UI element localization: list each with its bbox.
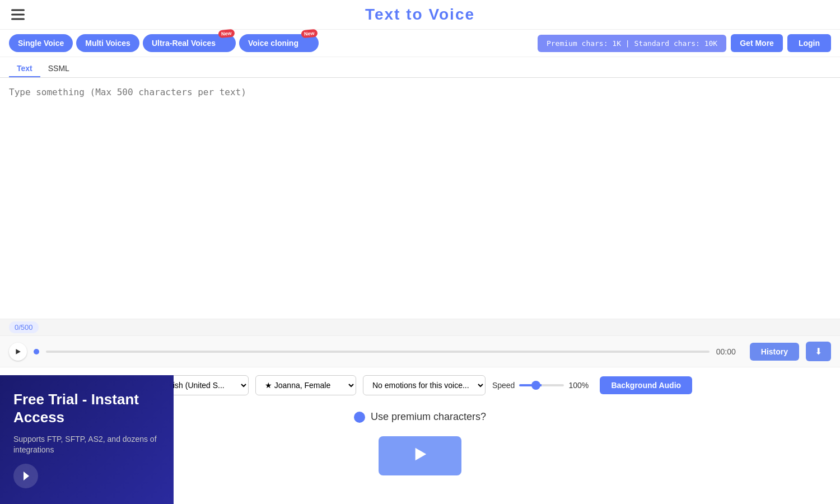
login-button[interactable]: Login (787, 34, 831, 52)
tab-voice-cloning[interactable]: Voice cloning New (239, 34, 319, 52)
speed-value: 100% (568, 381, 593, 390)
download-button[interactable]: ⬇ (806, 342, 831, 361)
char-count: 0/500 (9, 321, 39, 333)
voice-select[interactable]: ★ Joanna, Female (255, 375, 356, 395)
generate-play-icon (412, 446, 428, 462)
promo-panel: Free Trial - Instant Access Supports FTP… (0, 375, 174, 504)
tab-multi-voices[interactable]: Multi Voices (76, 34, 139, 52)
nav-tabs: Single Voice Multi Voices Ultra-Real Voi… (9, 34, 319, 52)
char-count-bar: 0/500 (0, 319, 840, 335)
play-icon (15, 348, 21, 355)
sub-tabs: Text SSML (0, 57, 840, 78)
audio-player: 00:00 History ⬇ (0, 335, 840, 367)
audio-play-button[interactable] (9, 343, 27, 361)
page-title: Text to Voice (365, 6, 475, 24)
svg-marker-2 (24, 472, 29, 480)
tabs-bar: Single Voice Multi Voices Ultra-Real Voi… (0, 30, 840, 57)
hamburger-menu[interactable] (11, 10, 25, 20)
svg-marker-1 (416, 448, 427, 460)
voice-cloning-badge: New (301, 29, 318, 38)
text-input-area (0, 78, 840, 319)
speed-control: Speed 100% (492, 381, 593, 390)
promo-title: Free Trial - Instant Access (13, 391, 160, 426)
ultra-real-badge: New (218, 29, 235, 38)
progress-dot (34, 349, 39, 354)
header: Text to Voice (0, 0, 840, 30)
background-audio-button[interactable]: Background Audio (600, 376, 692, 394)
chevron-right-icon (20, 470, 31, 482)
tab-single-voice[interactable]: Single Voice (9, 34, 73, 52)
emotion-select[interactable]: No emotions for this voice... (363, 375, 486, 395)
time-display: 00:00 (716, 347, 743, 356)
promo-arrow-button[interactable] (13, 464, 38, 488)
sub-tab-text[interactable]: Text (9, 60, 40, 77)
account-controls: Premium chars: 1K | Standard chars: 10K … (538, 34, 831, 52)
history-button[interactable]: History (750, 343, 799, 361)
text-input[interactable] (9, 87, 831, 310)
premium-toggle[interactable] (354, 412, 365, 423)
promo-subtitle: Supports FTP, SFTP, AS2, and dozens of i… (13, 434, 160, 456)
get-more-button[interactable]: Get More (731, 34, 783, 52)
speed-slider[interactable] (519, 384, 564, 386)
progress-bar[interactable] (46, 351, 710, 353)
chars-info: Premium chars: 1K | Standard chars: 10K (538, 35, 726, 52)
tab-ultra-real[interactable]: Ultra-Real Voices New (143, 34, 236, 52)
speed-label: Speed (492, 381, 515, 390)
svg-marker-0 (16, 349, 20, 354)
generate-button[interactable] (379, 436, 461, 475)
premium-label: Use premium characters? (371, 411, 486, 423)
sub-tab-ssml[interactable]: SSML (40, 60, 77, 77)
